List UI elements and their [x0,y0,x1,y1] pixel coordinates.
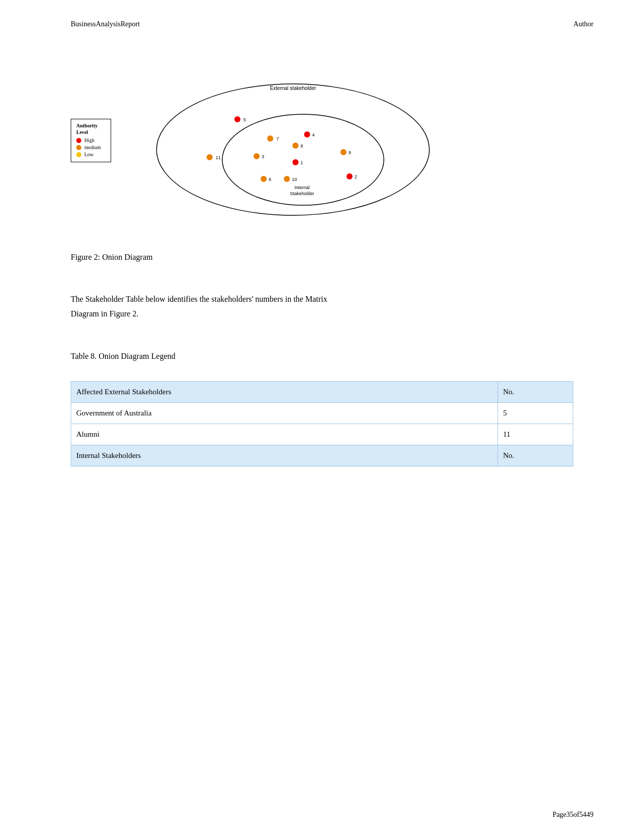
table-row: Alumni11 [71,424,573,445]
svg-text:9: 9 [349,150,351,155]
page-footer: Page35of5449 [553,811,593,819]
figure-caption-text: Figure 2: Onion Diagram [71,253,153,261]
table-cell-name: Internal Stakeholders [71,445,498,466]
table-cell-no: 5 [498,402,573,424]
svg-text:7: 7 [276,136,279,142]
svg-text:2: 2 [355,174,357,179]
body-text: The Stakeholder Table below identifies t… [71,292,573,321]
onion-legend-table: Affected External StakeholdersNo.Governm… [71,381,573,467]
svg-text:3: 3 [262,154,264,159]
svg-text:6: 6 [269,177,271,182]
svg-text:1: 1 [301,160,303,165]
node-3 [254,153,260,159]
svg-text:4: 4 [312,132,315,137]
diagram-container: AuthorityLevel High medium Low [71,59,573,222]
svg-text:11: 11 [216,155,221,160]
table-cell-name: Alumni [71,424,498,445]
table-cell-name: Government of Australia [71,402,498,424]
figure-caption: Figure 2: Onion Diagram [71,253,573,262]
node-5 [234,116,240,122]
page-header: BusinessAnalysisReport Author [0,0,644,28]
table-row: Affected External StakeholdersNo. [71,381,573,402]
dot-high [76,138,81,143]
diagram-section: AuthorityLevel High medium Low [0,28,644,467]
table-cell-no: No. [498,381,573,402]
table-caption: Table 8. Onion Diagram Legend [71,352,573,361]
table-cell-no: No. [498,445,573,466]
dot-low [76,152,81,157]
node-4 [304,131,310,137]
body-text-p1: The Stakeholder Table below identifies t… [71,292,573,307]
node-9 [340,149,346,155]
header-left: BusinessAnalysisReport [71,20,140,28]
svg-text:5: 5 [243,117,246,122]
dot-medium [76,145,81,150]
onion-diagram: External stakeholder Internal Stakeholde… [121,59,573,222]
node-11 [207,154,213,160]
legend-low: Low [76,152,106,157]
footer-text: Page35of5449 [553,811,593,818]
onion-svg: External stakeholder Internal Stakeholde… [121,59,434,220]
node-6 [261,176,267,182]
node-2 [346,173,353,179]
node-10 [284,176,290,182]
table-caption-text: Table 8. Onion Diagram Legend [71,352,175,360]
legend-low-label: Low [84,152,93,157]
legend-medium: medium [76,145,106,150]
legend-medium-label: medium [84,145,101,150]
external-label: External stakeholder [270,85,316,91]
legend-high-label: High [84,137,94,143]
legend-box: AuthorityLevel High medium Low [71,119,111,162]
legend-title: AuthorityLevel [76,122,106,135]
table-cell-no: 11 [498,424,573,445]
body-text-p2: Diagram in Figure 2. [71,307,573,321]
table-cell-name: Affected External Stakeholders [71,381,498,402]
node-8 [292,143,299,149]
svg-text:10: 10 [292,177,297,182]
node-7 [267,135,273,142]
table-row: Internal StakeholdersNo. [71,445,573,466]
node-1 [292,159,299,165]
internal-label-2: Stakeholder [290,191,314,196]
svg-text:8: 8 [301,144,303,149]
header-right: Author [573,20,593,28]
legend-high: High [76,137,106,143]
internal-label: Internal [294,185,310,190]
table-row: Government of Australia5 [71,402,573,424]
